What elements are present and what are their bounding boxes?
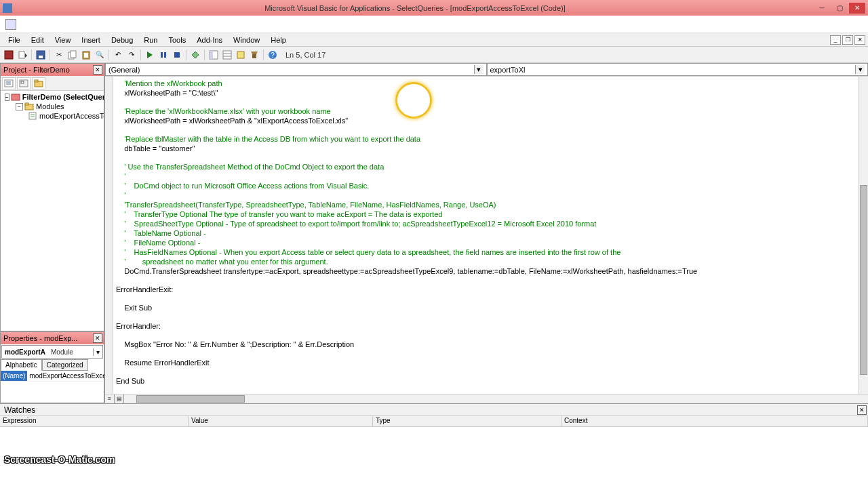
help-button[interactable]: ? — [267, 49, 279, 61]
cursor-position: Ln 5, Col 17 — [285, 51, 326, 59]
scrollbar-thumb[interactable] — [136, 395, 245, 403]
code-text[interactable]: 'Mention the xlWorkbook path xlWorksheet… — [116, 79, 859, 386]
properties-grid[interactable]: (Name) modExportAccessToExce — [1, 371, 104, 403]
watches-close-button[interactable]: ✕ — [857, 405, 867, 415]
project-title-text: Project - FilterDemo — [3, 66, 70, 74]
menu-window[interactable]: Window — [228, 35, 265, 45]
view-access-button[interactable] — [3, 49, 15, 61]
mdi-restore-button[interactable]: ❐ — [842, 35, 853, 45]
minimize-button[interactable]: ─ — [814, 3, 830, 14]
tab-categorized[interactable]: Categorized — [42, 359, 88, 371]
col-type[interactable]: Type — [373, 416, 561, 426]
run-button[interactable] — [144, 49, 156, 61]
watches-title-text: Watches — [4, 405, 35, 415]
svg-rect-30 — [29, 113, 36, 119]
view-code-button[interactable] — [2, 77, 16, 89]
svg-rect-16 — [237, 52, 244, 58]
project-explorer: Project - FilterDemo ✕ − FilterDemo (Sel… — [0, 63, 104, 331]
tree-modules-folder[interactable]: − Modules — [2, 102, 102, 111]
find-button[interactable]: 🔍 — [94, 49, 106, 61]
menu-edit[interactable]: Edit — [26, 35, 50, 45]
svg-rect-13 — [223, 51, 231, 59]
tab-alphabetic[interactable]: Alphabetic — [1, 359, 42, 371]
project-tree[interactable]: − FilterDemo (SelectQueri − Modules modE… — [1, 91, 104, 331]
maximize-button[interactable]: ▢ — [831, 3, 848, 14]
insert-dropdown-button[interactable] — [16, 49, 28, 61]
menubar: File Edit View Insert Debug Run Tools Ad… — [0, 33, 868, 47]
property-value[interactable]: modExportAccessToExce — [27, 371, 108, 381]
project-close-button[interactable]: ✕ — [93, 65, 102, 75]
properties-title-text: Properties - modExp... — [3, 334, 77, 342]
vertical-scrollbar[interactable] — [859, 77, 868, 394]
object-combo[interactable]: (General) ▾ — [105, 63, 487, 76]
menu-file[interactable]: File — [3, 35, 26, 45]
svg-rect-8 — [161, 52, 163, 58]
window-title: Microsoft Visual Basic for Applications … — [16, 4, 814, 12]
copy-button[interactable] — [66, 49, 79, 61]
properties-close-button[interactable]: ✕ — [93, 333, 102, 343]
redo-button[interactable]: ↷ — [125, 49, 138, 61]
procedure-view-button[interactable]: ≡ — [105, 394, 115, 403]
svg-rect-3 — [39, 56, 43, 58]
menu-run[interactable]: Run — [138, 35, 163, 45]
properties-window-button[interactable] — [221, 49, 233, 61]
menu-view[interactable]: View — [50, 35, 77, 45]
toggle-folders-button[interactable] — [32, 77, 45, 89]
watches-list[interactable] — [0, 427, 868, 469]
folder-icon — [24, 102, 34, 110]
close-button[interactable]: ✕ — [849, 3, 865, 14]
document-icon — [5, 19, 16, 30]
scrollbar-thumb[interactable] — [860, 185, 867, 375]
collapse-icon[interactable]: − — [16, 103, 23, 110]
cut-button[interactable]: ✂ — [53, 49, 65, 61]
tree-module-item[interactable]: modExportAccessTo — [2, 111, 102, 121]
col-context[interactable]: Context — [561, 416, 868, 426]
tree-project-root[interactable]: − FilterDemo (SelectQueri — [2, 92, 102, 102]
break-button[interactable] — [157, 49, 170, 61]
mdi-close-button[interactable]: ✕ — [854, 35, 865, 45]
dropdown-icon[interactable]: ▾ — [855, 65, 865, 74]
menu-debug[interactable]: Debug — [106, 35, 138, 45]
window-titlebar: Microsoft Visual Basic for Applications … — [0, 0, 868, 16]
menu-addins[interactable]: Add-Ins — [191, 35, 228, 45]
watches-title-bar[interactable]: Watches ✕ — [0, 404, 868, 416]
collapse-icon[interactable]: − — [5, 94, 9, 101]
svg-rect-10 — [174, 52, 180, 58]
code-editor[interactable]: 'Mention the xlWorkbook path xlWorksheet… — [105, 77, 868, 394]
reset-button[interactable] — [171, 49, 183, 61]
col-value[interactable]: Value — [189, 416, 373, 426]
mdi-minimize-button[interactable]: _ — [830, 35, 841, 45]
module-icon — [28, 112, 37, 120]
horizontal-scrollbar[interactable] — [124, 394, 868, 403]
svg-rect-29 — [25, 103, 28, 105]
dropdown-icon[interactable]: ▾ — [93, 348, 102, 356]
paste-button[interactable] — [80, 49, 92, 61]
view-object-button[interactable] — [17, 77, 31, 89]
svg-rect-9 — [164, 52, 166, 58]
design-mode-button[interactable] — [189, 49, 201, 61]
col-expression[interactable]: Expression — [0, 416, 189, 426]
menu-tools[interactable]: Tools — [163, 35, 191, 45]
project-toolbar — [1, 76, 104, 91]
tree-root-label: FilterDemo (SelectQueri — [22, 93, 104, 101]
code-window: (General) ▾ exportToXl ▾ 'Mention the xl… — [104, 63, 868, 403]
menu-insert[interactable]: Insert — [76, 35, 106, 45]
project-explorer-title[interactable]: Project - FilterDemo ✕ — [1, 64, 104, 76]
properties-title-bar[interactable]: Properties - modExp... ✕ — [1, 332, 104, 344]
menu-help[interactable]: Help — [265, 35, 292, 45]
svg-rect-26 — [35, 80, 38, 82]
properties-object-combo[interactable]: modExportA Module ▾ — [1, 345, 103, 359]
save-button[interactable] — [35, 49, 47, 61]
dropdown-icon[interactable]: ▾ — [474, 65, 484, 74]
svg-rect-5 — [71, 51, 76, 58]
object-browser-button[interactable] — [235, 49, 247, 61]
procedure-combo[interactable]: exportToXl ▾ — [487, 63, 869, 76]
full-module-view-button[interactable]: ▤ — [115, 394, 124, 403]
undo-button[interactable]: ↶ — [112, 49, 124, 61]
toolbox-button[interactable] — [248, 49, 260, 61]
svg-rect-12 — [210, 51, 213, 59]
project-explorer-button[interactable] — [208, 49, 220, 61]
tree-folder-label: Modules — [36, 102, 64, 110]
property-row[interactable]: (Name) modExportAccessToExce — [1, 371, 104, 382]
svg-rect-27 — [12, 94, 20, 100]
